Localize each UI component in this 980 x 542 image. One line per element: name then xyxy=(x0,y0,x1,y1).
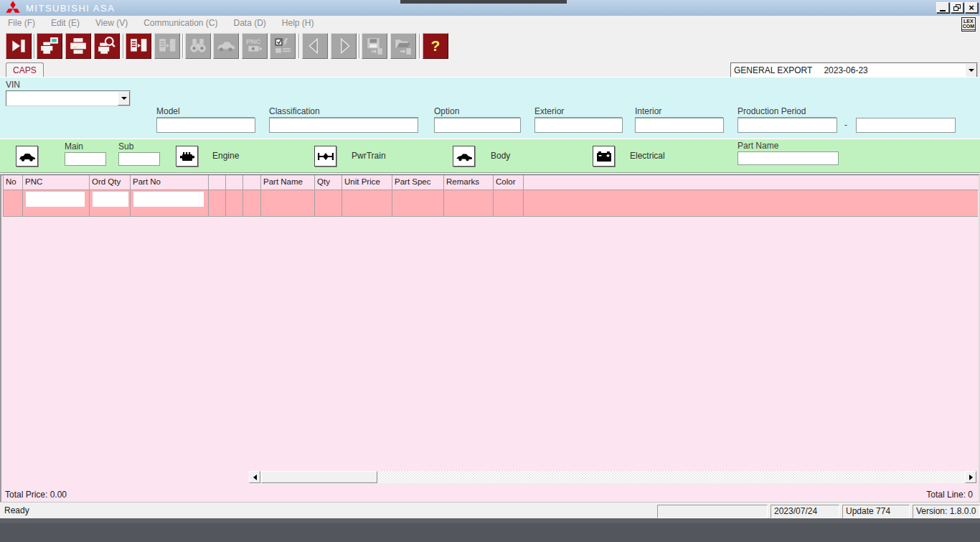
binoculars-icon xyxy=(189,37,207,55)
parts-list-check-button[interactable] xyxy=(270,33,296,59)
engine-category-button[interactable] xyxy=(176,146,198,167)
menu-bar: File (F) Edit (E) View (V) Communication… xyxy=(0,16,980,30)
model-label: Model xyxy=(156,106,255,118)
col-filler xyxy=(524,175,978,190)
toolbar-separator xyxy=(34,34,35,58)
ord-qty-input[interactable] xyxy=(93,192,128,207)
chevron-down-icon xyxy=(969,69,974,72)
grid-header-row: No PNC Ord Qty Part No Part Name Qty Uni… xyxy=(3,175,978,190)
status-update: Update 774 xyxy=(842,505,910,518)
restore-button[interactable] xyxy=(951,2,963,13)
status-bar: Ready 2023/07/24 Update 774 Version: 1.8… xyxy=(0,502,980,519)
scrollbar-thumb[interactable] xyxy=(261,471,377,483)
status-date: 2023/07/24 xyxy=(771,505,839,518)
print-setup-button[interactable] xyxy=(37,33,62,59)
col-part-spec: Part Spec xyxy=(392,175,444,190)
print-setup-icon xyxy=(40,37,59,55)
model-field[interactable] xyxy=(156,118,255,133)
pnc-capture-button[interactable]: PNC xyxy=(242,33,268,59)
toolbar-separator xyxy=(359,34,360,58)
document-transfer-icon xyxy=(129,37,148,55)
vin-dropdown-button[interactable] xyxy=(118,91,130,106)
release-dropdown-button[interactable] xyxy=(965,63,977,78)
print-preview-button[interactable] xyxy=(94,33,120,59)
part-name-label: Part Name xyxy=(738,141,838,152)
entry-part-no-cell xyxy=(131,190,209,216)
part-name-field[interactable] xyxy=(738,151,839,165)
part-no-input[interactable] xyxy=(133,192,204,207)
minimize-button[interactable] xyxy=(936,2,949,13)
powertrain-label: PwrTrain xyxy=(352,151,386,161)
horizontal-scrollbar[interactable] xyxy=(249,471,976,483)
col-part-name: Part Name xyxy=(261,175,315,190)
print-icon xyxy=(69,37,88,55)
option-field[interactable] xyxy=(434,118,521,133)
entry-ord-qty-cell xyxy=(90,190,131,216)
document-transfer-alt-button[interactable] xyxy=(154,33,180,59)
exit-button[interactable] xyxy=(6,33,32,59)
production-period-to-field[interactable] xyxy=(856,118,956,133)
col-unit-price: Unit Price xyxy=(342,175,392,190)
window-title: MITSUBISHI ASA xyxy=(26,3,115,14)
menu-communication[interactable]: Communication (C) xyxy=(136,17,225,29)
print-button[interactable] xyxy=(65,33,91,59)
checklist-icon xyxy=(273,37,292,55)
vehicle-category-button[interactable] xyxy=(16,146,38,167)
exterior-field[interactable] xyxy=(534,118,623,133)
col-no: No xyxy=(4,175,23,190)
arrow-right-icon xyxy=(334,37,353,55)
mitsubishi-logo-icon xyxy=(5,1,21,17)
menu-file[interactable]: File (F) xyxy=(0,17,43,29)
production-period-from-field[interactable] xyxy=(738,118,837,133)
main-field[interactable] xyxy=(65,152,106,166)
col-ord-qty: Ord Qty xyxy=(90,175,131,190)
status-progress-panel xyxy=(657,505,768,518)
main-label: Main xyxy=(65,141,105,153)
menu-data[interactable]: Data (D) xyxy=(226,17,274,29)
vehicle-button[interactable] xyxy=(213,33,239,59)
car-icon xyxy=(19,151,36,162)
option-label: Option xyxy=(434,106,520,118)
interior-label: Interior xyxy=(635,106,723,118)
vin-combobox[interactable] xyxy=(6,90,131,106)
close-icon: × xyxy=(969,4,974,11)
help-button[interactable]: ? xyxy=(423,33,448,59)
restore-icon xyxy=(953,4,961,11)
classification-field[interactable] xyxy=(269,118,418,133)
electrical-category-button[interactable] xyxy=(593,146,615,167)
menu-edit[interactable]: Edit (E) xyxy=(43,17,88,29)
menu-help[interactable]: Help (H) xyxy=(274,17,322,29)
document-transfer-button[interactable] xyxy=(126,33,151,59)
exterior-label: Exterior xyxy=(534,106,622,118)
exit-icon xyxy=(9,37,28,55)
sub-label: Sub xyxy=(118,141,159,153)
release-select[interactable]: GENERAL EXPORT2023-06-23 xyxy=(730,62,978,78)
pnc-input[interactable] xyxy=(26,192,85,207)
interior-field[interactable] xyxy=(635,118,724,133)
category-bar: Main Sub Engine PwrTrain Bo xyxy=(0,139,980,173)
lexcom-icon: LEXCOM xyxy=(961,17,976,32)
production-period-separator: - xyxy=(841,120,851,130)
search-binoculars-button[interactable] xyxy=(185,33,211,59)
close-button[interactable]: × xyxy=(965,2,978,13)
tab-row: CAPS GENERAL EXPORT2023-06-23 xyxy=(0,62,980,77)
col-remarks: Remarks xyxy=(444,175,494,190)
total-line: Total Line: 0 xyxy=(926,490,973,500)
scroll-left-button[interactable] xyxy=(249,471,260,483)
back-button[interactable] xyxy=(302,33,328,59)
forward-button[interactable] xyxy=(331,33,357,59)
tab-caps[interactable]: CAPS xyxy=(6,62,44,78)
load-import-button[interactable] xyxy=(390,33,416,59)
powertrain-category-button[interactable] xyxy=(314,146,336,167)
vin-label: VIN xyxy=(6,80,20,90)
sub-field[interactable] xyxy=(118,152,160,166)
col-empty-1 xyxy=(209,175,226,190)
menu-view[interactable]: View (V) xyxy=(88,17,136,29)
scroll-right-button[interactable] xyxy=(965,471,976,483)
save-export-button[interactable] xyxy=(362,33,387,59)
triangle-right-icon xyxy=(969,475,973,480)
app-window: MITSUBISHI ASA × File (F) Edit (E) View … xyxy=(0,0,980,542)
release-value: GENERAL EXPORT2023-06-23 xyxy=(731,65,965,75)
toolbar: PNC xyxy=(0,30,980,62)
body-category-button[interactable] xyxy=(453,146,475,167)
